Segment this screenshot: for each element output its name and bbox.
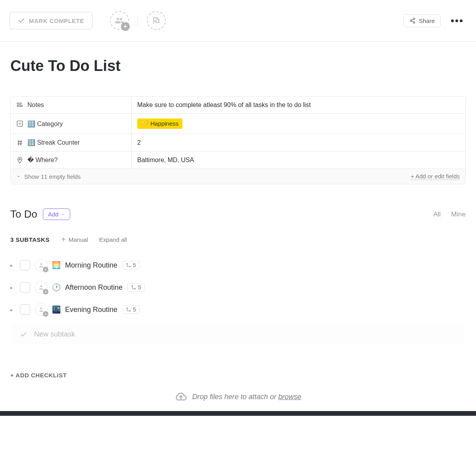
field-label[interactable]: Notes bbox=[11, 97, 132, 113]
divider bbox=[138, 15, 138, 26]
dropdown-icon bbox=[16, 120, 23, 127]
subtask-count-badge[interactable]: 5 bbox=[122, 305, 140, 314]
add-edit-fields-button[interactable]: + Add or edit fields bbox=[411, 173, 460, 180]
fields-footer: Show 11 empty fields + Add or edit field… bbox=[11, 169, 465, 184]
subtask-tree-icon bbox=[126, 307, 131, 312]
subtask-checkbox[interactable] bbox=[20, 304, 30, 315]
check-icon bbox=[18, 17, 25, 24]
filter-mine[interactable]: Mine bbox=[451, 210, 466, 218]
field-value[interactable]: Baltimore, MD, USA bbox=[132, 151, 465, 168]
cloud-upload-icon bbox=[175, 390, 187, 403]
field-row-where: � Where? Baltimore, MD, USA bbox=[11, 151, 465, 169]
expand-all-button[interactable]: Expand all bbox=[99, 236, 127, 243]
subtask-row[interactable]: ▸ + 🌅 Morning Routine 5 bbox=[10, 254, 466, 276]
top-toolbar: MARK COMPLETE + Share bbox=[0, 0, 476, 42]
chevron-right-icon[interactable]: ▸ bbox=[10, 262, 15, 268]
dropzone-text: Drop files here to attach or browse bbox=[192, 393, 301, 401]
subtask-checkbox[interactable] bbox=[20, 260, 30, 270]
share-label: Share bbox=[419, 17, 435, 24]
share-button[interactable]: Share bbox=[403, 14, 441, 27]
subtask-emoji: 🌃 bbox=[52, 306, 60, 314]
svg-point-20 bbox=[40, 308, 42, 310]
field-label[interactable]: 🔢 Streak Counter bbox=[11, 134, 132, 151]
svg-point-21 bbox=[127, 308, 127, 308]
subtask-tree-icon bbox=[126, 262, 131, 268]
subtask-emoji: 🌅 bbox=[52, 261, 60, 269]
subtask-title[interactable]: Morning Routine bbox=[65, 261, 117, 270]
svg-point-2 bbox=[413, 22, 415, 23]
svg-point-0 bbox=[413, 18, 415, 19]
flag-button[interactable] bbox=[147, 11, 166, 30]
field-name: � Where? bbox=[27, 156, 58, 164]
show-empty-fields-button[interactable]: Show 11 empty fields bbox=[16, 173, 81, 180]
field-label[interactable]: � Where? bbox=[11, 151, 132, 168]
field-name: 🔢 Streak Counter bbox=[27, 139, 80, 146]
field-row-category: 🔠 Category 💛 Happiness bbox=[11, 114, 465, 134]
caret-down-icon bbox=[16, 174, 21, 179]
filter-all[interactable]: All bbox=[433, 210, 441, 218]
field-label[interactable]: 🔠 Category bbox=[11, 114, 132, 134]
plus-icon: + bbox=[43, 289, 48, 295]
sort-label: Manual bbox=[69, 236, 88, 243]
svg-point-14 bbox=[40, 263, 42, 265]
add-checklist-button[interactable]: + ADD CHECKLIST bbox=[10, 372, 466, 379]
browse-link[interactable]: browse bbox=[278, 393, 301, 401]
page-title[interactable]: Cute To Do List bbox=[10, 57, 466, 75]
field-value[interactable]: 💛 Happiness bbox=[132, 114, 465, 134]
svg-point-15 bbox=[127, 263, 127, 264]
field-value[interactable]: 2 bbox=[132, 134, 465, 151]
plus-icon: + bbox=[43, 267, 48, 272]
sort-button[interactable]: Manual bbox=[61, 236, 88, 243]
ellipsis-icon bbox=[451, 19, 454, 22]
arrow-up-icon bbox=[61, 237, 66, 243]
share-icon bbox=[409, 17, 416, 24]
assign-button[interactable]: + bbox=[35, 281, 48, 294]
svg-point-16 bbox=[129, 266, 130, 267]
svg-point-17 bbox=[40, 285, 42, 287]
svg-line-3 bbox=[412, 19, 414, 20]
svg-point-22 bbox=[129, 310, 130, 311]
assign-button[interactable]: + bbox=[35, 259, 48, 272]
subtask-emoji: 🕑 bbox=[52, 283, 60, 291]
subtasks-toolbar: 3 SUBTASKS Manual Expand all bbox=[10, 236, 466, 243]
field-value[interactable]: Make sure to complete atleast 90% of all… bbox=[132, 97, 465, 113]
mark-complete-button[interactable]: MARK COMPLETE bbox=[10, 12, 92, 29]
location-icon bbox=[16, 157, 23, 164]
status-title: To Do bbox=[10, 208, 37, 220]
attachment-dropzone[interactable]: Drop files here to attach or browse bbox=[0, 379, 476, 411]
subtask-checkbox[interactable] bbox=[20, 282, 30, 293]
custom-fields-table: Notes Make sure to complete atleast 90% … bbox=[10, 96, 466, 184]
subtasks-list: ▸ + 🌅 Morning Routine 5 ▸ + 🕑 Afternoon … bbox=[10, 254, 466, 321]
chevron-right-icon[interactable]: ▸ bbox=[10, 285, 15, 291]
chevron-right-icon[interactable]: ▸ bbox=[10, 307, 15, 313]
content-area: Cute To Do List Notes Make sure to compl… bbox=[0, 57, 476, 379]
subtask-tree-icon bbox=[131, 285, 136, 290]
add-label: Add bbox=[48, 211, 59, 218]
category-badge: 💛 Happiness bbox=[137, 119, 182, 129]
subtask-title[interactable]: Evening Routine bbox=[65, 306, 117, 314]
subtask-row[interactable]: ▸ + 🕑 Afternoon Routine 5 bbox=[10, 276, 466, 298]
status-header: To Do Add All Mine bbox=[10, 208, 466, 220]
check-icon bbox=[20, 331, 27, 338]
new-subtask-input[interactable]: New subtask bbox=[10, 325, 466, 344]
number-icon bbox=[16, 139, 23, 146]
assignee-add-button[interactable]: + bbox=[110, 11, 129, 30]
svg-rect-5 bbox=[17, 103, 21, 104]
subtask-count-badge[interactable]: 5 bbox=[122, 261, 140, 270]
more-button[interactable] bbox=[447, 19, 466, 22]
subtasks-count: 3 SUBTASKS bbox=[10, 236, 50, 243]
plus-icon: + bbox=[121, 22, 130, 31]
svg-point-19 bbox=[134, 288, 135, 289]
field-name: 🔠 Category bbox=[27, 120, 63, 128]
mark-complete-label: MARK COMPLETE bbox=[29, 17, 84, 24]
add-subtask-button[interactable]: Add bbox=[43, 208, 70, 220]
assign-button[interactable]: + bbox=[35, 303, 48, 316]
svg-point-1 bbox=[410, 20, 412, 21]
subtask-row[interactable]: ▸ + 🌃 Evening Routine 5 bbox=[10, 298, 466, 321]
svg-rect-7 bbox=[17, 121, 23, 126]
plus-icon: + bbox=[43, 311, 48, 317]
subtask-count-badge[interactable]: 5 bbox=[127, 283, 145, 292]
bottom-strip bbox=[0, 411, 476, 416]
new-subtask-placeholder: New subtask bbox=[34, 330, 75, 339]
subtask-title[interactable]: Afternoon Routine bbox=[65, 283, 123, 292]
